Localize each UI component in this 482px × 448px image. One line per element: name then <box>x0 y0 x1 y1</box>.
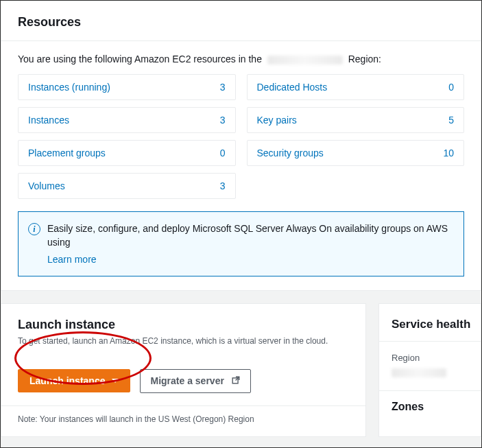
resource-count: 3 <box>220 180 226 191</box>
resource-count: 3 <box>220 115 226 126</box>
resource-count: 10 <box>443 148 454 158</box>
resources-title: Resources <box>18 15 464 30</box>
launch-instance-button[interactable]: Launch instance <box>18 369 130 392</box>
resources-intro-prefix: You are using the following Amazon EC2 r… <box>18 54 262 64</box>
zones-title: Zones <box>391 401 468 413</box>
resource-tile-key-pairs[interactable]: Key pairs 5 <box>247 107 465 133</box>
resource-label: Security groups <box>257 148 324 158</box>
resource-tile-instances[interactable]: Instances 3 <box>18 107 236 133</box>
launch-instance-panel: Launch instance To get started, launch a… <box>1 303 366 437</box>
resources-intro-suffix: Region: <box>348 54 381 64</box>
resource-tile-instances-running[interactable]: Instances (running) 3 <box>18 74 236 100</box>
launch-header: Launch instance To get started, launch a… <box>1 304 365 353</box>
chevron-down-icon <box>112 379 119 383</box>
launch-instance-button-label: Launch instance <box>29 375 105 386</box>
launch-title: Launch instance <box>18 318 349 332</box>
resource-count: 0 <box>448 82 454 93</box>
info-banner: i Easily size, configure, and deploy Mic… <box>18 211 464 276</box>
service-health-panel: Service health Region Zones <box>378 303 481 437</box>
resource-tile-security-groups[interactable]: Security groups 10 <box>247 140 465 166</box>
resource-label: Volumes <box>28 180 65 191</box>
region-label: Region <box>391 353 468 363</box>
service-health-body: Region <box>379 342 481 390</box>
launch-buttons-row: Launch instance Migrate a server <box>1 353 365 405</box>
resources-header: Resources <box>1 1 481 41</box>
resource-count: 3 <box>220 82 226 93</box>
info-icon: i <box>28 223 40 235</box>
resources-body: You are using the following Amazon EC2 r… <box>1 41 481 290</box>
launch-description: To get started, launch an Amazon EC2 ins… <box>18 336 349 346</box>
external-link-icon <box>231 375 241 387</box>
region-value-redacted <box>391 368 446 377</box>
resource-label: Placement groups <box>28 148 106 158</box>
resources-intro: You are using the following Amazon EC2 r… <box>18 54 464 64</box>
resource-count: 5 <box>448 115 454 126</box>
resource-label: Dedicated Hosts <box>257 82 328 93</box>
resource-label: Instances <box>28 115 69 126</box>
learn-more-link[interactable]: Learn more <box>47 252 453 266</box>
info-banner-text: Easily size, configure, and deploy Micro… <box>47 222 453 266</box>
resource-grid: Instances (running) 3 Dedicated Hosts 0 … <box>18 74 464 199</box>
resource-label: Instances (running) <box>28 82 110 93</box>
info-banner-message: Easily size, configure, and deploy Micro… <box>47 223 448 248</box>
migrate-server-button-label: Migrate a server <box>150 375 224 386</box>
zones-section: Zones <box>379 390 481 423</box>
lower-row: Launch instance To get started, launch a… <box>1 303 481 437</box>
region-name-redacted <box>267 56 343 64</box>
resource-tile-volumes[interactable]: Volumes 3 <box>18 173 236 199</box>
migrate-server-button[interactable]: Migrate a server <box>140 369 250 393</box>
service-health-title: Service health <box>391 318 468 331</box>
resource-tile-placement-groups[interactable]: Placement groups 0 <box>18 140 236 166</box>
resource-label: Key pairs <box>257 115 297 126</box>
service-health-header: Service health <box>379 304 481 342</box>
resources-panel: Resources You are using the following Am… <box>1 1 481 291</box>
resource-count: 0 <box>220 148 226 158</box>
resource-tile-dedicated-hosts[interactable]: Dedicated Hosts 0 <box>247 74 465 100</box>
launch-note: Note: Your instances will launch in the … <box>1 405 365 436</box>
